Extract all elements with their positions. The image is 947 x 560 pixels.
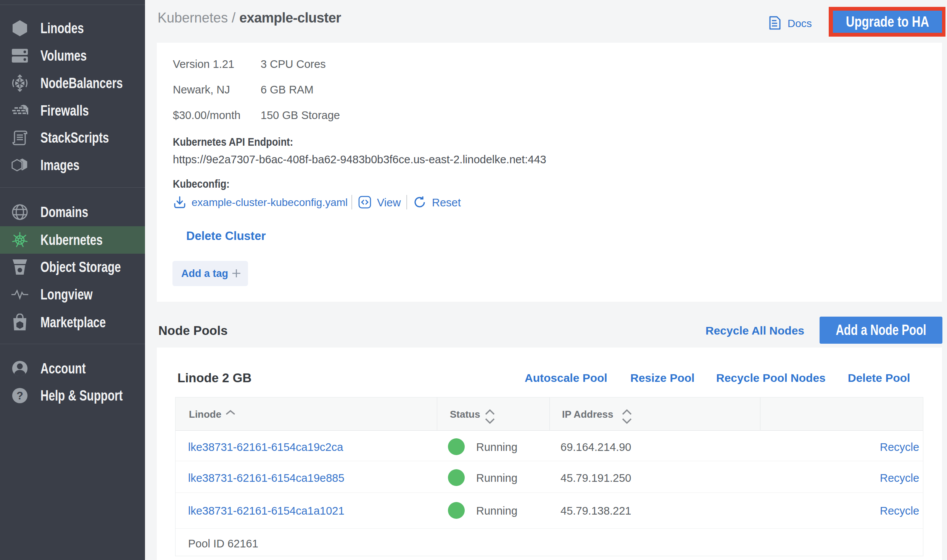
svg-text:?: ?	[16, 389, 23, 402]
